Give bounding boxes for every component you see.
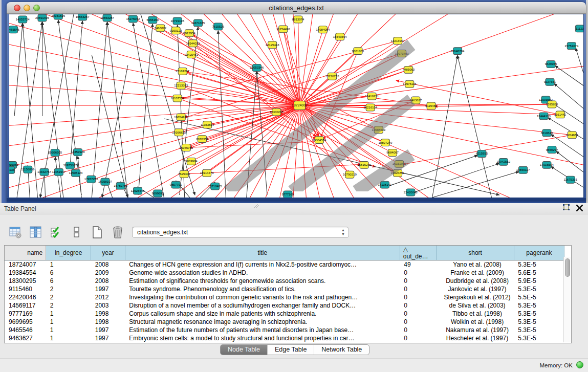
table-cell[interactable]: Investigating the contribution of common… — [125, 293, 400, 301]
new-document-icon[interactable] — [90, 226, 104, 239]
table-cell[interactable]: 0 — [400, 310, 437, 318]
table-cell[interactable]: Yano et al. (2008) — [437, 260, 514, 269]
float-panel-icon[interactable] — [562, 204, 570, 212]
table-cell[interactable]: 0 — [400, 326, 437, 334]
table-cell[interactable]: 1 — [46, 260, 91, 269]
table-cell[interactable]: 6 — [46, 277, 91, 285]
column-header-out_de[interactable]: △ out_de… — [400, 246, 437, 260]
table-cell[interactable]: 1998 — [91, 318, 125, 326]
show-column-icon[interactable] — [29, 226, 42, 239]
select-columns-icon[interactable] — [49, 226, 63, 239]
network-canvas-wrap[interactable]: 1405572420691406209318261055326710653287… — [9, 14, 584, 198]
table-cell[interactable]: Structural magnetic resonance image aver… — [125, 318, 400, 326]
tab-node-table[interactable]: Node Table — [221, 345, 268, 355]
table-cell[interactable]: 0 — [400, 285, 437, 293]
table-cell[interactable]: Embryonic stem cells: a model to study s… — [125, 334, 400, 342]
table-vertical-scrollbar[interactable] — [563, 257, 571, 342]
table-row[interactable]: 946362711997Embryonic stem cells: a mode… — [5, 334, 564, 342]
table-cell[interactable]: 14569117 — [5, 301, 46, 310]
table-row[interactable]: 2242004622012Investigating the contribut… — [5, 293, 564, 301]
table-cell[interactable]: Tourette syndrome. Phenomenology and cla… — [125, 285, 400, 293]
table-row[interactable]: 969969511998Structural magnetic resonanc… — [5, 318, 564, 326]
table-cell[interactable]: 1998 — [91, 310, 125, 318]
table-cell[interactable]: 0 — [400, 301, 437, 310]
table-select-dropdown[interactable]: citations_edges.txt ▲▼ — [132, 227, 349, 238]
column-header-pagerank[interactable]: pagerank — [514, 246, 564, 260]
table-cell[interactable]: Disruption of a novel member of a sodium… — [125, 301, 400, 310]
rows-icon[interactable] — [70, 226, 83, 239]
memory-ok-icon[interactable] — [576, 361, 583, 368]
table-cell[interactable]: 9699695 — [5, 318, 46, 326]
table-cell[interactable]: Hescheler et al. (1997) — [437, 334, 514, 342]
scrollbar-thumb[interactable] — [565, 258, 570, 277]
table-cell[interactable]: Dudbridge et al. (2008) — [437, 277, 514, 285]
table-cell[interactable]: 5.6E-5 — [514, 269, 564, 277]
table-cell[interactable]: 18724007 — [5, 260, 46, 269]
column-header-in_degree[interactable]: in_degree — [46, 246, 91, 260]
table-cell[interactable]: 9777169 — [5, 310, 46, 318]
table-cell[interactable]: 1 — [46, 318, 91, 326]
delete-icon[interactable] — [111, 226, 124, 239]
table-cell[interactable]: Wolkin et al. (1998) — [437, 318, 514, 326]
table-cell[interactable]: 2003 — [91, 301, 125, 310]
table-cell[interactable]: Jankovic et al. (1997) — [437, 285, 514, 293]
table-cell[interactable]: Franke et al. (2009) — [437, 269, 514, 277]
table-cell[interactable]: Corpus callosum shape and size in male p… — [125, 310, 400, 318]
table-row[interactable]: 977716911998Corpus callosum shape and si… — [5, 310, 564, 318]
table-cell[interactable]: 2 — [46, 301, 91, 310]
table-cell[interactable]: Tibbo et al. (1998) — [437, 310, 514, 318]
table-cell[interactable]: 5.3E-5 — [514, 285, 564, 293]
table-cell[interactable]: 1 — [46, 334, 91, 342]
table-cell[interactable]: 5.3E-5 — [514, 310, 564, 318]
table-cell[interactable]: 2 — [46, 293, 91, 301]
graph-node[interactable]: 9777169 — [282, 191, 294, 198]
table-cell[interactable]: 1 — [46, 326, 91, 334]
table-cell[interactable]: 9463627 — [5, 334, 46, 342]
column-header-name[interactable]: name — [5, 246, 46, 260]
node-table[interactable]: namein_degreeyeartitle△ out_de…shortpage… — [5, 246, 564, 342]
table-cell[interactable]: 5.3E-5 — [514, 326, 564, 334]
table-cell[interactable]: 5.3E-5 — [514, 334, 564, 342]
table-cell[interactable]: 2012 — [91, 293, 125, 301]
table-cell[interactable]: 9115460 — [5, 285, 46, 293]
table-cell[interactable]: Genome-wide association studies in ADHD. — [125, 269, 400, 277]
table-header-row[interactable]: namein_degreeyeartitle△ out_de…shortpage… — [5, 246, 564, 260]
column-header-short[interactable]: short — [437, 246, 514, 260]
table-cell[interactable]: Estimation of the future numbers of pati… — [125, 326, 400, 334]
table-cell[interactable]: 19384554 — [5, 269, 46, 277]
table-cell[interactable]: 2009 — [91, 269, 125, 277]
table-cell[interactable]: 0 — [400, 269, 437, 277]
table-cell[interactable]: 1997 — [91, 326, 125, 334]
tab-edge-table[interactable]: Edge Table — [268, 345, 314, 355]
table-row[interactable]: 1456911722003Disruption of a novel membe… — [5, 301, 564, 310]
table-cell[interactable]: Changes of HCN gene expression and I(f) … — [125, 260, 400, 269]
close-panel-icon[interactable] — [576, 205, 583, 211]
table-cell[interactable]: 6 — [46, 269, 91, 277]
table-cell[interactable]: 18300295 — [5, 277, 46, 285]
table-cell[interactable]: 22420046 — [5, 293, 46, 301]
table-row[interactable]: 1938455462009Genome-wide association stu… — [5, 269, 564, 277]
table-cell[interactable]: 1997 — [91, 285, 125, 293]
table-settings-icon[interactable] — [8, 226, 22, 239]
table-row[interactable]: 1872400712008Changes of HCN gene express… — [5, 260, 564, 269]
table-cell[interactable]: 5.3E-5 — [514, 318, 564, 326]
table-cell[interactable]: Estimation of significance thresholds fo… — [125, 277, 400, 285]
window-titlebar[interactable]: citations_edges.txt — [7, 2, 586, 14]
table-row[interactable]: 1830029562008Estimation of significance … — [5, 277, 564, 285]
table-cell[interactable]: 5.3E-5 — [514, 260, 564, 269]
column-header-year[interactable]: year — [91, 246, 125, 260]
table-cell[interactable]: 5.3E-5 — [514, 301, 564, 310]
canvas-resize-grip[interactable] — [9, 14, 579, 191]
tab-network-table[interactable]: Network Table — [314, 345, 369, 355]
table-row[interactable]: 946554611997Estimation of the future num… — [5, 326, 564, 334]
table-cell[interactable]: 0 — [400, 293, 437, 301]
split-handle-icon[interactable] — [253, 204, 259, 208]
table-cell[interactable]: 1 — [46, 310, 91, 318]
table-cell[interactable]: 5.9E-5 — [514, 277, 564, 285]
table-cell[interactable]: 9465546 — [5, 326, 46, 334]
table-cell[interactable]: Stergiakouli et al. (2012) — [437, 293, 514, 301]
column-header-title[interactable]: title — [125, 246, 400, 260]
table-cell[interactable]: Nakamura et al. (1997) — [437, 326, 514, 334]
table-cell[interactable]: 0 — [400, 277, 437, 285]
table-cell[interactable]: 2008 — [91, 260, 125, 269]
